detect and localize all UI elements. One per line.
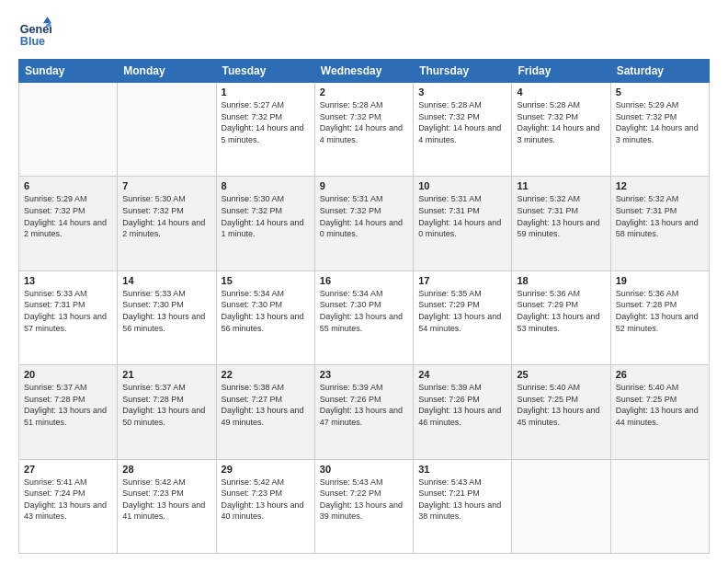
calendar-cell: 15Sunrise: 5:34 AM Sunset: 7:30 PM Dayli… [216, 270, 314, 364]
day-info: Sunrise: 5:33 AM Sunset: 7:31 PM Dayligh… [24, 288, 112, 334]
day-number: 15 [222, 275, 310, 286]
day-info: Sunrise: 5:28 AM Sunset: 7:32 PM Dayligh… [517, 99, 605, 145]
day-info: Sunrise: 5:32 AM Sunset: 7:31 PM Dayligh… [616, 193, 704, 239]
calendar-cell: 8Sunrise: 5:30 AM Sunset: 7:32 PM Daylig… [216, 177, 314, 270]
day-info: Sunrise: 5:40 AM Sunset: 7:25 PM Dayligh… [517, 382, 605, 428]
day-number: 20 [24, 369, 112, 380]
calendar-table: SundayMondayTuesdayWednesdayThursdayFrid… [18, 59, 710, 554]
day-header-wednesday: Wednesday [314, 60, 413, 83]
day-number: 7 [122, 180, 210, 191]
calendar-header-row: SundayMondayTuesdayWednesdayThursdayFrid… [19, 60, 710, 83]
day-info: Sunrise: 5:31 AM Sunset: 7:31 PM Dayligh… [418, 193, 506, 239]
day-number: 3 [418, 86, 506, 98]
day-info: Sunrise: 5:35 AM Sunset: 7:29 PM Dayligh… [418, 288, 506, 334]
day-info: Sunrise: 5:30 AM Sunset: 7:32 PM Dayligh… [222, 193, 310, 239]
calendar-cell: 14Sunrise: 5:33 AM Sunset: 7:30 PM Dayli… [118, 270, 216, 364]
day-number: 21 [122, 369, 210, 380]
day-number: 2 [320, 86, 408, 98]
day-number: 30 [320, 464, 408, 475]
svg-marker-2 [43, 17, 51, 23]
calendar-week-row: 6Sunrise: 5:29 AM Sunset: 7:32 PM Daylig… [19, 177, 710, 270]
day-header-sunday: Sunday [19, 60, 118, 83]
day-info: Sunrise: 5:43 AM Sunset: 7:21 PM Dayligh… [418, 477, 506, 523]
day-info: Sunrise: 5:38 AM Sunset: 7:27 PM Dayligh… [222, 382, 310, 428]
day-number: 4 [517, 86, 605, 98]
calendar-cell: 17Sunrise: 5:35 AM Sunset: 7:29 PM Dayli… [414, 270, 512, 364]
day-number: 16 [320, 275, 408, 286]
calendar-cell: 3Sunrise: 5:28 AM Sunset: 7:32 PM Daylig… [414, 83, 512, 177]
day-number: 25 [517, 369, 605, 380]
day-info: Sunrise: 5:36 AM Sunset: 7:29 PM Dayligh… [517, 288, 605, 334]
day-number: 28 [122, 464, 210, 475]
day-header-thursday: Thursday [414, 60, 512, 83]
calendar-cell: 28Sunrise: 5:42 AM Sunset: 7:23 PM Dayli… [118, 459, 216, 553]
calendar-cell: 22Sunrise: 5:38 AM Sunset: 7:27 PM Dayli… [216, 365, 314, 459]
day-number: 29 [222, 464, 310, 475]
calendar-cell [118, 83, 216, 177]
day-number: 8 [222, 180, 310, 191]
day-number: 12 [616, 180, 704, 191]
day-number: 31 [418, 464, 506, 475]
day-info: Sunrise: 5:28 AM Sunset: 7:32 PM Dayligh… [320, 99, 408, 145]
day-number: 24 [418, 369, 506, 380]
day-info: Sunrise: 5:30 AM Sunset: 7:32 PM Dayligh… [122, 193, 210, 239]
calendar-cell [19, 83, 118, 177]
calendar-cell [512, 459, 610, 553]
calendar-cell: 7Sunrise: 5:30 AM Sunset: 7:32 PM Daylig… [118, 177, 216, 270]
day-number: 1 [222, 86, 310, 98]
calendar-week-row: 20Sunrise: 5:37 AM Sunset: 7:28 PM Dayli… [19, 365, 710, 459]
day-info: Sunrise: 5:29 AM Sunset: 7:32 PM Dayligh… [24, 193, 112, 239]
day-number: 17 [418, 275, 506, 286]
day-number: 6 [24, 180, 112, 191]
day-number: 11 [517, 180, 605, 191]
day-number: 26 [616, 369, 704, 380]
logo: General Blue [18, 17, 55, 50]
calendar-cell: 29Sunrise: 5:42 AM Sunset: 7:23 PM Dayli… [216, 459, 314, 553]
day-info: Sunrise: 5:31 AM Sunset: 7:32 PM Dayligh… [320, 193, 408, 239]
calendar-cell: 13Sunrise: 5:33 AM Sunset: 7:31 PM Dayli… [19, 270, 118, 364]
day-info: Sunrise: 5:32 AM Sunset: 7:31 PM Dayligh… [517, 193, 605, 239]
calendar-cell: 16Sunrise: 5:34 AM Sunset: 7:30 PM Dayli… [314, 270, 413, 364]
calendar-cell: 21Sunrise: 5:37 AM Sunset: 7:28 PM Dayli… [118, 365, 216, 459]
day-info: Sunrise: 5:42 AM Sunset: 7:23 PM Dayligh… [222, 477, 310, 523]
svg-text:Blue: Blue [20, 35, 45, 48]
day-info: Sunrise: 5:37 AM Sunset: 7:28 PM Dayligh… [24, 382, 112, 428]
calendar-cell: 9Sunrise: 5:31 AM Sunset: 7:32 PM Daylig… [314, 177, 413, 270]
day-number: 19 [616, 275, 704, 286]
day-info: Sunrise: 5:28 AM Sunset: 7:32 PM Dayligh… [418, 99, 506, 145]
calendar-cell: 19Sunrise: 5:36 AM Sunset: 7:28 PM Dayli… [610, 270, 709, 364]
calendar-cell [610, 459, 709, 553]
day-header-monday: Monday [118, 60, 216, 83]
calendar-cell: 2Sunrise: 5:28 AM Sunset: 7:32 PM Daylig… [314, 83, 413, 177]
calendar-cell: 27Sunrise: 5:41 AM Sunset: 7:24 PM Dayli… [19, 459, 118, 553]
day-info: Sunrise: 5:41 AM Sunset: 7:24 PM Dayligh… [24, 477, 112, 523]
day-header-tuesday: Tuesday [216, 60, 314, 83]
calendar-cell: 10Sunrise: 5:31 AM Sunset: 7:31 PM Dayli… [414, 177, 512, 270]
day-info: Sunrise: 5:34 AM Sunset: 7:30 PM Dayligh… [320, 288, 408, 334]
calendar-week-row: 1Sunrise: 5:27 AM Sunset: 7:32 PM Daylig… [19, 83, 710, 177]
calendar-cell: 31Sunrise: 5:43 AM Sunset: 7:21 PM Dayli… [414, 459, 512, 553]
day-number: 13 [24, 275, 112, 286]
day-info: Sunrise: 5:36 AM Sunset: 7:28 PM Dayligh… [616, 288, 704, 334]
day-number: 18 [517, 275, 605, 286]
calendar-cell: 12Sunrise: 5:32 AM Sunset: 7:31 PM Dayli… [610, 177, 709, 270]
calendar-week-row: 13Sunrise: 5:33 AM Sunset: 7:31 PM Dayli… [19, 270, 710, 364]
day-info: Sunrise: 5:29 AM Sunset: 7:32 PM Dayligh… [616, 99, 704, 145]
day-info: Sunrise: 5:33 AM Sunset: 7:30 PM Dayligh… [122, 288, 210, 334]
calendar-week-row: 27Sunrise: 5:41 AM Sunset: 7:24 PM Dayli… [19, 459, 710, 553]
day-header-saturday: Saturday [610, 60, 709, 83]
calendar-cell: 26Sunrise: 5:40 AM Sunset: 7:25 PM Dayli… [610, 365, 709, 459]
day-number: 10 [418, 180, 506, 191]
calendar-cell: 20Sunrise: 5:37 AM Sunset: 7:28 PM Dayli… [19, 365, 118, 459]
day-number: 5 [616, 86, 704, 98]
day-number: 23 [320, 369, 408, 380]
calendar-cell: 25Sunrise: 5:40 AM Sunset: 7:25 PM Dayli… [512, 365, 610, 459]
calendar-cell: 4Sunrise: 5:28 AM Sunset: 7:32 PM Daylig… [512, 83, 610, 177]
calendar-cell: 6Sunrise: 5:29 AM Sunset: 7:32 PM Daylig… [19, 177, 118, 270]
calendar-cell: 5Sunrise: 5:29 AM Sunset: 7:32 PM Daylig… [610, 83, 709, 177]
day-info: Sunrise: 5:39 AM Sunset: 7:26 PM Dayligh… [320, 382, 408, 428]
day-info: Sunrise: 5:27 AM Sunset: 7:32 PM Dayligh… [222, 99, 310, 145]
calendar-cell: 24Sunrise: 5:39 AM Sunset: 7:26 PM Dayli… [414, 365, 512, 459]
day-number: 22 [222, 369, 310, 380]
day-header-friday: Friday [512, 60, 610, 83]
